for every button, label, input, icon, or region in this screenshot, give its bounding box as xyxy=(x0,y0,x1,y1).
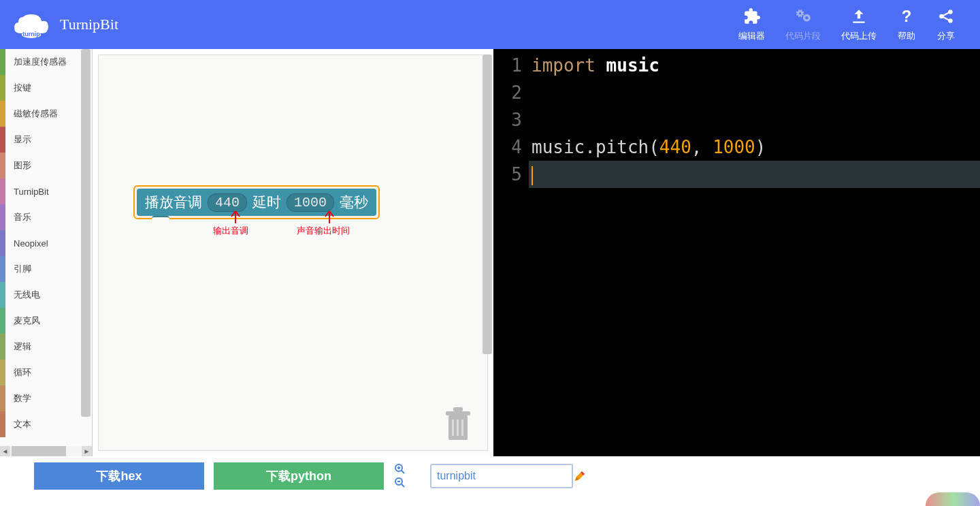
trash-icon[interactable] xyxy=(443,406,473,443)
code-line[interactable]: music.pitch(440, 1000) xyxy=(529,133,980,161)
svg-text:turnip: turnip xyxy=(22,31,40,37)
zoom-out-button[interactable] xyxy=(393,477,407,489)
category-label: TurnipBit xyxy=(14,187,49,197)
category-label: 按键 xyxy=(14,82,31,94)
category-color-swatch xyxy=(0,360,5,385)
nav-help-label: 帮助 xyxy=(898,30,915,42)
svg-rect-11 xyxy=(446,411,470,415)
arrow-icon xyxy=(229,211,242,226)
category-label: 磁敏传感器 xyxy=(14,108,58,120)
category-item[interactable]: 数学 xyxy=(0,385,92,411)
music-pitch-block[interactable]: 播放音调 440 延时 1000 毫秒 xyxy=(133,185,380,219)
nav-editor[interactable]: 编辑器 xyxy=(738,7,765,42)
help-icon: ? xyxy=(897,7,916,26)
project-name-input[interactable] xyxy=(437,470,573,482)
nav-upload-label: 代码上传 xyxy=(841,30,877,42)
logo-icon: turnip xyxy=(11,7,52,42)
pencil-icon[interactable] xyxy=(573,469,587,483)
main: 加速度传感器按键磁敏传感器显示图形TurnipBit音乐Neopixel引脚无线… xyxy=(0,49,980,456)
category-label: 逻辑 xyxy=(14,341,31,353)
category-item[interactable]: 加速度传感器 xyxy=(0,49,92,75)
svg-rect-14 xyxy=(457,420,459,436)
category-label: 图形 xyxy=(14,159,31,172)
category-color-swatch xyxy=(0,178,5,204)
svg-point-5 xyxy=(805,16,808,19)
category-color-swatch xyxy=(0,334,5,360)
share-icon xyxy=(936,7,956,26)
category-label: Neopixel xyxy=(14,238,48,249)
footer-decoration xyxy=(926,492,980,506)
annotation-pitch: 输出音调 xyxy=(213,225,248,237)
category-item[interactable]: 麦克风 xyxy=(0,308,92,334)
category-item[interactable]: 引脚 xyxy=(0,256,92,282)
code-editor[interactable]: 12345 import musicmusic.pitch(440, 1000) xyxy=(493,49,980,456)
category-label: 引脚 xyxy=(14,263,31,275)
logo-area: turnip TurnipBit xyxy=(11,7,118,42)
category-item[interactable]: TurnipBit xyxy=(0,178,92,204)
canvas-scrollbar[interactable] xyxy=(483,54,492,451)
annotation-duration: 声音输出时间 xyxy=(297,225,350,237)
category-color-swatch xyxy=(0,282,5,308)
category-color-swatch xyxy=(0,256,5,282)
download-python-button[interactable]: 下载python xyxy=(214,462,384,490)
svg-rect-12 xyxy=(453,407,463,411)
project-name-box xyxy=(430,464,573,488)
category-color-swatch xyxy=(0,204,5,230)
block-suffix: 毫秒 xyxy=(340,193,368,212)
category-item[interactable]: 逻辑 xyxy=(0,334,92,360)
nav-snippets-label: 代码片段 xyxy=(785,30,821,42)
block-mid: 延时 xyxy=(252,193,281,212)
category-sidebar: 加速度传感器按键磁敏传感器显示图形TurnipBit音乐Neopixel引脚无线… xyxy=(0,49,92,446)
code-line[interactable] xyxy=(529,161,980,188)
code-content[interactable]: import musicmusic.pitch(440, 1000) xyxy=(529,49,980,456)
upload-icon xyxy=(849,7,868,26)
category-item[interactable]: 文本 xyxy=(0,411,92,437)
category-item[interactable]: 按键 xyxy=(0,75,92,101)
zoom-in-button[interactable] xyxy=(393,463,407,475)
category-color-swatch xyxy=(0,230,5,256)
svg-rect-13 xyxy=(452,420,454,436)
nav-snippets[interactable]: 代码片段 xyxy=(785,7,821,42)
download-hex-button[interactable]: 下载hex xyxy=(34,462,204,490)
block-prefix: 播放音调 xyxy=(145,193,202,212)
category-item[interactable]: 图形 xyxy=(0,153,92,178)
category-color-swatch xyxy=(0,49,5,75)
code-line[interactable]: import music xyxy=(529,52,980,79)
gears-icon xyxy=(794,7,813,26)
nav-share[interactable]: 分享 xyxy=(936,7,956,42)
category-label: 循环 xyxy=(14,366,31,379)
block-pitch-input[interactable]: 440 xyxy=(208,193,247,212)
nav-editor-label: 编辑器 xyxy=(738,30,765,42)
category-item[interactable]: 显示 xyxy=(0,127,92,153)
category-color-swatch xyxy=(0,153,5,178)
category-color-swatch xyxy=(0,308,5,334)
sidebar-scrollbar[interactable] xyxy=(81,49,91,446)
category-color-swatch xyxy=(0,411,5,437)
category-label: 显示 xyxy=(14,133,31,146)
code-line[interactable] xyxy=(529,106,980,133)
category-item[interactable]: 循环 xyxy=(0,360,92,385)
block-canvas[interactable]: 播放音调 440 延时 1000 毫秒 输出音调 声音输出时间 xyxy=(92,49,493,456)
category-label: 文本 xyxy=(14,418,31,430)
sidebar-h-scrollbar[interactable]: ◄ ► xyxy=(0,446,92,456)
category-color-swatch xyxy=(0,385,5,411)
category-label: 麦克风 xyxy=(14,315,40,327)
category-label: 数学 xyxy=(14,392,31,405)
arrow-icon xyxy=(323,211,336,226)
header-nav: 编辑器 代码片段 代码上传 ? 帮助 分享 xyxy=(738,7,969,42)
category-item[interactable]: 音乐 xyxy=(0,204,92,230)
svg-rect-15 xyxy=(461,420,463,436)
svg-point-3 xyxy=(799,12,801,14)
category-color-swatch xyxy=(0,101,5,127)
block-duration-input[interactable]: 1000 xyxy=(287,193,334,212)
category-label: 无线电 xyxy=(14,289,40,301)
category-label: 加速度传感器 xyxy=(14,56,67,68)
nav-upload[interactable]: 代码上传 xyxy=(841,7,877,42)
category-item[interactable]: 磁敏传感器 xyxy=(0,101,92,127)
category-item[interactable]: 无线电 xyxy=(0,282,92,308)
nav-help[interactable]: ? 帮助 xyxy=(897,7,916,42)
code-line[interactable] xyxy=(529,79,980,106)
category-color-swatch xyxy=(0,127,5,153)
category-label: 音乐 xyxy=(14,211,31,223)
category-item[interactable]: Neopixel xyxy=(0,230,92,256)
